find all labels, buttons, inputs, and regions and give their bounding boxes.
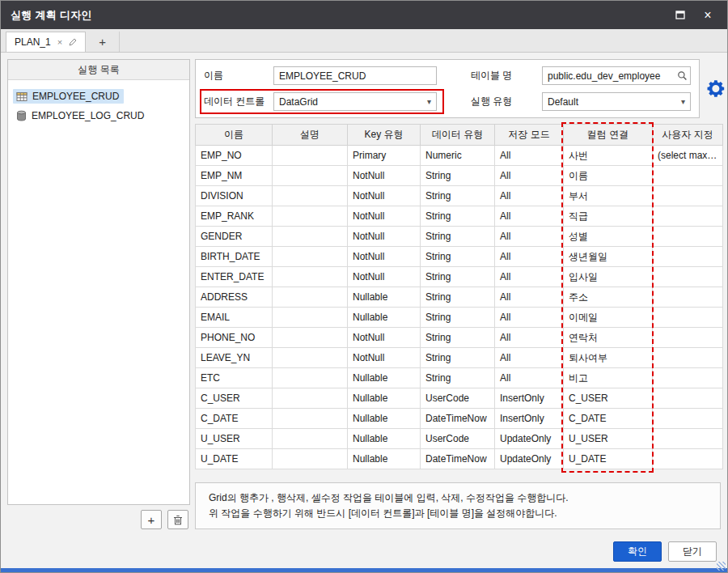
table-cell[interactable]: EMP_RANK <box>196 206 273 227</box>
table-cell[interactable]: Nullable <box>348 409 421 429</box>
column-header[interactable]: 데이터 유형 <box>421 125 495 146</box>
table-cell[interactable]: Nullable <box>348 449 421 469</box>
table-cell[interactable]: String <box>421 247 495 267</box>
sidebar-item-employee_crud[interactable]: EMPLOYEE_CRUD <box>13 87 184 106</box>
table-cell[interactable]: LEAVE_YN <box>196 348 273 368</box>
table-name-input[interactable] <box>542 66 691 85</box>
table-cell[interactable]: 퇴사여부 <box>564 348 653 368</box>
tab-rename-icon[interactable] <box>69 38 77 46</box>
table-cell[interactable]: String <box>421 186 495 206</box>
table-cell[interactable]: 입사일 <box>564 267 653 287</box>
table-cell[interactable]: C_USER <box>196 388 273 409</box>
add-tab-button[interactable]: + <box>86 32 120 52</box>
table-cell[interactable] <box>653 388 723 409</box>
table-cell[interactable]: 부서 <box>564 186 653 206</box>
table-cell[interactable] <box>653 186 723 206</box>
table-cell[interactable]: GENDER <box>196 227 273 247</box>
table-cell[interactable]: C_DATE <box>196 409 273 429</box>
table-cell[interactable] <box>653 267 723 287</box>
table-cell[interactable] <box>653 409 723 429</box>
table-cell[interactable]: U_USER <box>564 429 653 449</box>
name-input[interactable] <box>273 66 437 85</box>
close-button[interactable]: × <box>698 6 717 24</box>
table-cell[interactable]: Nullable <box>348 368 421 388</box>
table-cell[interactable]: NotNull <box>348 227 421 247</box>
exec-type-select[interactable]: Default ▾ <box>542 92 691 111</box>
table-cell[interactable] <box>273 146 348 166</box>
table-cell[interactable]: Nullable <box>348 287 421 308</box>
table-cell[interactable]: String <box>421 368 495 388</box>
table-cell[interactable] <box>273 409 348 429</box>
table-cell[interactable]: EMP_NO <box>196 146 273 166</box>
table-cell[interactable] <box>653 287 723 308</box>
table-cell[interactable]: String <box>421 166 495 186</box>
table-cell[interactable] <box>273 308 348 328</box>
table-cell[interactable] <box>653 166 723 186</box>
table-cell[interactable]: NotNull <box>348 247 421 267</box>
column-header[interactable]: Key 유형 <box>348 125 421 146</box>
table-cell[interactable]: 비고 <box>564 368 653 388</box>
sidebar-item-employee_log_crud[interactable]: EMPLOYEE_LOG_CRUD <box>13 106 184 125</box>
table-cell[interactable] <box>273 348 348 368</box>
table-cell[interactable]: All <box>495 348 564 368</box>
column-header[interactable]: 이름 <box>196 125 273 146</box>
table-cell[interactable]: 사번 <box>564 146 653 166</box>
table-cell[interactable]: All <box>495 287 564 308</box>
column-header[interactable]: 컬럼 연결 <box>564 125 653 146</box>
table-cell[interactable]: ADDRESS <box>196 287 273 308</box>
table-cell[interactable]: All <box>495 227 564 247</box>
table-cell[interactable] <box>273 267 348 287</box>
table-cell[interactable] <box>653 247 723 267</box>
table-cell[interactable] <box>273 287 348 308</box>
close-dialog-button[interactable]: 닫기 <box>668 541 717 562</box>
table-cell[interactable] <box>653 308 723 328</box>
table-cell[interactable]: String <box>421 328 495 348</box>
table-cell[interactable]: U_DATE <box>564 449 653 469</box>
tab-close-icon[interactable]: × <box>57 38 62 47</box>
data-control-select[interactable]: DataGrid ▾ <box>273 92 437 111</box>
column-header[interactable]: 저장 모드 <box>495 125 564 146</box>
table-cell[interactable] <box>273 368 348 388</box>
table-cell[interactable]: InsertOnly <box>495 409 564 429</box>
table-cell[interactable]: ETC <box>196 368 273 388</box>
settings-gear-button[interactable] <box>705 78 726 100</box>
table-cell[interactable]: DateTimeNow <box>421 449 495 469</box>
table-cell[interactable] <box>653 328 723 348</box>
table-cell[interactable] <box>653 348 723 368</box>
table-cell[interactable]: NotNull <box>348 166 421 186</box>
table-cell[interactable]: String <box>421 267 495 287</box>
table-cell[interactable]: DIVISION <box>196 186 273 206</box>
tab-plan-1[interactable]: PLAN_1 × <box>6 32 86 52</box>
table-cell[interactable]: UserCode <box>421 429 495 449</box>
table-cell[interactable] <box>273 247 348 267</box>
table-cell[interactable]: U_USER <box>196 429 273 449</box>
table-cell[interactable]: BIRTH_DATE <box>196 247 273 267</box>
table-cell[interactable] <box>653 449 723 469</box>
table-cell[interactable]: All <box>495 146 564 166</box>
table-cell[interactable]: 생년월일 <box>564 247 653 267</box>
table-cell[interactable]: 이메일 <box>564 308 653 328</box>
table-cell[interactable]: EMAIL <box>196 308 273 328</box>
table-cell[interactable] <box>273 449 348 469</box>
table-cell[interactable]: PHONE_NO <box>196 328 273 348</box>
table-cell[interactable]: Primary <box>348 146 421 166</box>
table-cell[interactable] <box>653 429 723 449</box>
table-cell[interactable] <box>273 328 348 348</box>
table-cell[interactable]: NotNull <box>348 206 421 227</box>
table-cell[interactable] <box>273 227 348 247</box>
column-header[interactable]: 사용자 지정 <box>653 125 723 146</box>
table-cell[interactable]: All <box>495 368 564 388</box>
table-cell[interactable]: (select max(e... <box>653 146 723 166</box>
table-cell[interactable]: All <box>495 166 564 186</box>
column-header[interactable]: 설명 <box>273 125 348 146</box>
table-cell[interactable]: String <box>421 308 495 328</box>
table-cell[interactable] <box>273 388 348 409</box>
ok-button[interactable]: 확인 <box>613 541 662 562</box>
table-cell[interactable]: U_DATE <box>196 449 273 469</box>
table-cell[interactable]: UpdateOnly <box>495 429 564 449</box>
table-cell[interactable]: NotNull <box>348 267 421 287</box>
resize-grip[interactable] <box>717 562 726 571</box>
table-cell[interactable]: String <box>421 227 495 247</box>
table-cell[interactable] <box>273 206 348 227</box>
table-cell[interactable]: C_USER <box>564 388 653 409</box>
